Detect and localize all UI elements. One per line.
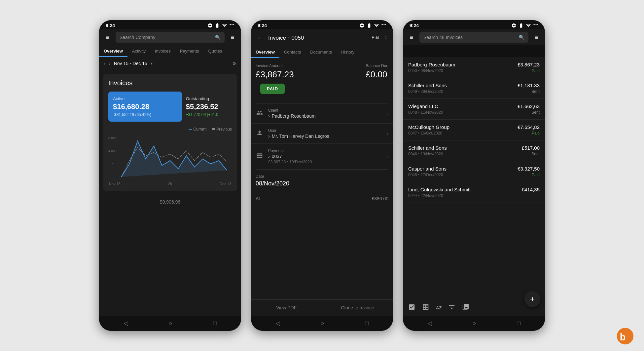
active-label: Active (113, 96, 177, 101)
payment-content: Payment › 0037 £3,867.23 • 19/Dec/2020 (268, 148, 387, 164)
search-icon-3: 🔍 (519, 35, 524, 40)
date-bar-1: ‹ › Nov 15 - Dec 15 ▾ ⚙ (99, 57, 241, 70)
chart-label-nov15: Nov 15 (109, 182, 121, 186)
client-row[interactable]: Client › Padberg-Rosenbaum › (251, 103, 393, 124)
nav-tabs-1: Overview Activity Invoices Payments Quot… (99, 45, 241, 57)
invoice-right-0046: £517.00 Sent (522, 145, 540, 156)
home-btn-1[interactable]: ○ (169, 320, 172, 327)
bottom-toolbar-3: AZ (403, 300, 545, 316)
filter-icon[interactable] (448, 303, 455, 312)
search-top-bar-3: ≡ Search 48 Invoices 🔍 ≡ (403, 29, 545, 45)
invoice-item-0050[interactable]: Padberg-Rosenbaum 0050 • 08/Nov/2020 £3,… (403, 57, 545, 78)
fab-add-invoice[interactable]: + (524, 291, 540, 307)
back-btn-android-2[interactable]: ◁ (275, 320, 280, 327)
tab-quotes-1[interactable]: Quotes (204, 45, 227, 57)
date-range-label: Nov 15 - Dec 15 (114, 61, 147, 66)
outstanding-stat-box: Outstanding $5,236.52 +$1,770.09 (+51.0 (186, 92, 232, 122)
back-btn-android-3[interactable]: ◁ (427, 320, 432, 327)
settings-icon-3 (511, 23, 517, 28)
table-icon[interactable] (422, 303, 429, 312)
view-pdf-btn[interactable]: View PDF (251, 300, 322, 316)
phone-3: 9:24 ≡ Search 48 Invoices 🔍 ≡ (403, 20, 545, 331)
next-date-btn[interactable]: › (109, 60, 110, 66)
wifi-icon-2 (374, 23, 379, 28)
invoice-item-0047[interactable]: McCullough Group 0047 • 16/Oct/2020 €7.6… (403, 120, 545, 140)
date-field-label: Date (256, 174, 388, 179)
date-field: Date 08/Nov/2020 (251, 170, 393, 192)
user-content: User › Mr. Tom Harvey Dan Legros (268, 128, 387, 139)
menu-button-3[interactable]: ≡ (407, 32, 416, 43)
invoice-item-0049[interactable]: Schiller and Sons 0049 • 29/Dec/2020 £1,… (403, 78, 545, 99)
prev-date-btn[interactable]: ‹ (104, 60, 105, 66)
invoice-left-0049: Schiller and Sons 0049 • 29/Dec/2020 (408, 83, 447, 94)
amount-0048: €1.662,63 (518, 103, 540, 109)
status-0045: Paid (518, 173, 540, 177)
company-name-0049: Schiller and Sons (408, 83, 447, 88)
more-icon[interactable]: ⋮ (383, 35, 388, 41)
status-0046: Sent (522, 152, 540, 156)
tab-overview-2[interactable]: Overview (251, 46, 279, 58)
invoice-list: Padberg-Rosenbaum 0050 • 08/Nov/2020 £3,… (403, 57, 545, 300)
company-name-0048: Wiegand LLC (408, 103, 443, 109)
menu-button-1[interactable]: ≡ (103, 32, 112, 43)
filter-btn-3[interactable]: ≡ (532, 32, 541, 43)
recents-btn-1[interactable]: □ (213, 320, 217, 327)
invoice-left-0050: Padberg-Rosenbaum 0050 • 08/Nov/2020 (408, 62, 455, 73)
battery-icon-2 (367, 23, 372, 28)
overflow-menu-1[interactable]: ≡ (228, 32, 237, 43)
home-btn-android-3[interactable]: ○ (473, 320, 476, 327)
tab-invoices-1[interactable]: Invoices (150, 45, 175, 57)
outstanding-label: Outstanding (186, 96, 232, 101)
payment-row[interactable]: Payment › 0037 £3,867.23 • 19/Dec/2020 › (251, 144, 393, 169)
signal-icon (229, 23, 234, 28)
gallery-icon[interactable] (462, 303, 469, 312)
tab-documents-2[interactable]: Documents (305, 46, 337, 58)
company-meta-0045: 0045 • 27/Dec/2020 (408, 173, 447, 177)
paid-badge: PAID (260, 84, 285, 94)
clone-invoice-btn[interactable]: Clone to Invoice (322, 300, 393, 316)
invoice-item-0044[interactable]: Lind, Gulgowski and Schmitt 0044 • 22/No… (403, 182, 545, 203)
search-bar-3[interactable]: Search 48 Invoices 🔍 (419, 32, 528, 43)
invoice-item-0045[interactable]: Casper and Sons 0045 • 27/Dec/2020 €3.32… (403, 161, 545, 182)
tab-overview-1[interactable]: Overview (99, 45, 127, 57)
invoice-header: ← Invoice › 0050 Edit ⋮ (251, 29, 393, 46)
company-name-0044: Lind, Gulgowski and Schmitt (408, 187, 471, 192)
chart-svg: 8,000 4,000 0 (108, 134, 232, 180)
company-name-0047: McCullough Group (408, 124, 449, 130)
tab-history-2[interactable]: History (337, 46, 359, 58)
home-btn-android-2[interactable]: ○ (321, 320, 324, 327)
tab-payments-1[interactable]: Payments (175, 45, 204, 57)
search-bar-1[interactable]: Search Company 🔍 (116, 32, 225, 43)
date-dropdown-icon[interactable]: ▾ (151, 61, 153, 66)
recents-btn-android-3[interactable]: □ (517, 320, 520, 327)
invoice-item-0048[interactable]: Wiegand LLC 0048 • 11/Nov/2020 €1.662,63… (403, 99, 545, 120)
invoice-left-0048: Wiegand LLC 0048 • 11/Nov/2020 (408, 103, 443, 115)
invoice-amounts: Invoice Amount £3,867.23 Balance Due £0.… (251, 58, 393, 84)
bolo-logo: b (616, 327, 634, 345)
date-settings-icon[interactable]: ⚙ (232, 61, 236, 66)
checkbox-icon[interactable] (408, 303, 415, 312)
active-stat-box: Active $16,680.28 -$31,552.19 (65.42%) (108, 92, 182, 122)
outstanding-sub: +$1,770.09 (+51.0 (186, 112, 232, 117)
phone-1: 9:24 ≡ Search Company 🔍 ≡ Overview (99, 20, 241, 331)
recents-btn-android-2[interactable]: □ (365, 320, 369, 327)
current-dot (189, 129, 192, 130)
user-row[interactable]: User › Mr. Tom Harvey Dan Legros › (251, 124, 393, 144)
search-icon-1: 🔍 (215, 35, 221, 40)
battery-icon (215, 23, 220, 28)
signal-icon-3 (533, 23, 538, 28)
back-btn-1[interactable]: ◁ (124, 320, 128, 327)
legend-current-label: Current (193, 127, 206, 132)
payment-sub: £3,867.23 • 19/Dec/2020 (268, 160, 387, 164)
sort-az-icon[interactable]: AZ (436, 305, 442, 310)
invoice-item-0046[interactable]: Schiller and Sons 0046 • 13/Nov/2020 £51… (403, 140, 545, 161)
android-nav-1: ◁ ○ □ (99, 316, 241, 331)
tab-contacts-2[interactable]: Contacts (279, 46, 305, 58)
status-time-3: 9:24 (410, 23, 419, 28)
stats-row: Active $16,680.28 -$31,552.19 (65.42%) O… (108, 92, 232, 122)
tab-activity-1[interactable]: Activity (127, 45, 150, 57)
back-btn-2[interactable]: ← (256, 33, 265, 43)
edit-button[interactable]: Edit (372, 35, 379, 41)
invoice-title: Invoice › 0050 (268, 35, 368, 41)
svg-text:0: 0 (112, 162, 114, 166)
